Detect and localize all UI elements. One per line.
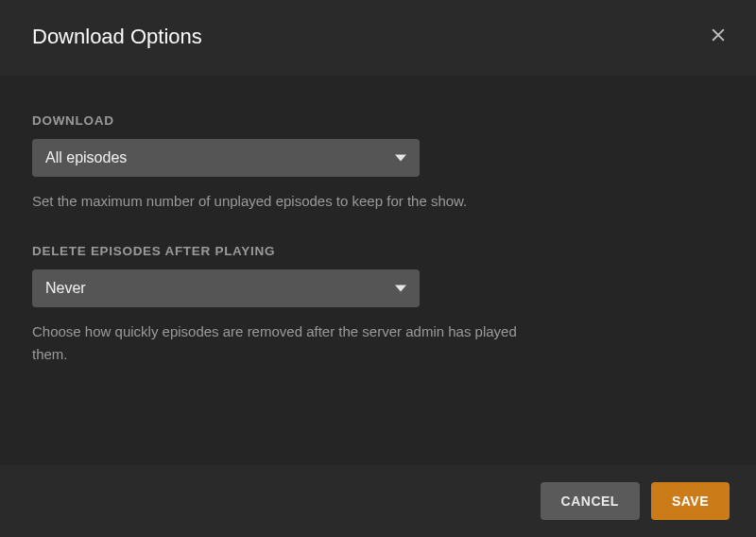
save-button[interactable]: SAVE — [651, 482, 730, 520]
close-icon — [710, 26, 727, 47]
delete-after-field-group: DELETE EPISODES AFTER PLAYING Never Choo… — [32, 244, 724, 365]
modal-body: DOWNLOAD All episodes Set the maximum nu… — [0, 76, 756, 465]
delete-after-select-wrap: Never — [32, 269, 420, 307]
modal-header: Download Options — [0, 0, 756, 76]
modal-footer: CANCEL SAVE — [0, 465, 756, 537]
download-select[interactable]: All episodes — [32, 139, 420, 177]
close-button[interactable] — [707, 26, 730, 48]
download-select-value: All episodes — [45, 149, 127, 166]
cancel-button[interactable]: CANCEL — [541, 482, 640, 520]
delete-after-select-value: Never — [45, 280, 86, 297]
download-field-group: DOWNLOAD All episodes Set the maximum nu… — [32, 113, 724, 212]
download-options-modal: Download Options DOWNLOAD All episodes S — [0, 0, 756, 537]
delete-after-label: DELETE EPISODES AFTER PLAYING — [32, 244, 724, 258]
delete-after-help-text: Choose how quickly episodes are removed … — [32, 320, 542, 365]
download-select-wrap: All episodes — [32, 139, 420, 177]
download-help-text: Set the maximum number of unplayed episo… — [32, 190, 542, 212]
modal-title: Download Options — [32, 25, 202, 49]
delete-after-select[interactable]: Never — [32, 269, 420, 307]
download-label: DOWNLOAD — [32, 113, 724, 128]
